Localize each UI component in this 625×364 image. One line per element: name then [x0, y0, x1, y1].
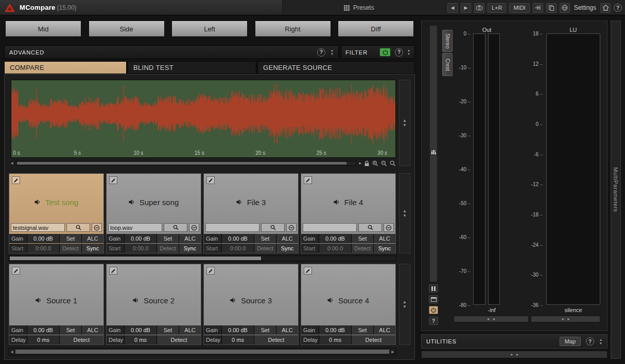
speaker-icon[interactable]	[327, 297, 334, 303]
speaker-icon[interactable]	[36, 297, 42, 303]
source-slot-2[interactable]: Source 2 Gain 0.00 dB Set ALC Delay 0 ms…	[106, 264, 201, 345]
advanced-help-icon[interactable]: ?	[317, 48, 325, 57]
panel-horizontal-scrollbar[interactable]: ◂ ▸	[9, 348, 396, 355]
popup-window-icon[interactable]	[429, 295, 438, 303]
edit-icon[interactable]	[304, 267, 312, 275]
right-panel-scrollbar[interactable]: ◂▸	[421, 351, 607, 358]
set-button[interactable]: Set	[254, 234, 276, 243]
utilities-bar[interactable]: UTILITIES Map ? ▲▼	[421, 334, 607, 349]
file-slots-horizontal-scrollbar[interactable]	[9, 256, 396, 261]
alc-button[interactable]: ALC	[179, 325, 201, 335]
detect-button[interactable]: Detect	[157, 244, 179, 253]
scroll-thumb[interactable]	[17, 162, 346, 165]
speaker-icon[interactable]	[129, 199, 135, 205]
detect-button[interactable]: Detect	[254, 244, 276, 253]
zoom-in-icon[interactable]	[372, 160, 378, 167]
gain-value[interactable]: 0.00 dB	[125, 234, 157, 243]
scroll-track[interactable]	[16, 161, 357, 166]
presets-button[interactable]: Presets	[340, 3, 378, 13]
start-value[interactable]: 0:00.0	[222, 244, 254, 253]
speaker-icon[interactable]	[34, 199, 41, 205]
meters-help-icon[interactable]: ?	[429, 317, 438, 325]
detect-button[interactable]: Detect	[60, 335, 103, 344]
scroll-right-icon[interactable]: ▸	[359, 161, 361, 166]
source-slot-4[interactable]: Source 4 Gain 0.00 dB Set ALC Delay 0 ms…	[301, 264, 396, 345]
remove-button[interactable]	[384, 223, 394, 232]
pause-icon[interactable]	[429, 284, 438, 293]
browse-button[interactable]	[358, 223, 382, 232]
channel-button-left[interactable]: Left	[171, 21, 248, 37]
filename-field[interactable]	[205, 223, 259, 232]
gain-value[interactable]: 0.00 dB	[27, 234, 59, 243]
start-value[interactable]: 0:00.0	[125, 244, 157, 253]
filename-field[interactable]	[11, 223, 65, 232]
delay-value[interactable]: 0 ms	[125, 335, 157, 344]
gain-value[interactable]: 0.00 dB	[27, 325, 59, 335]
filter-bar[interactable]: FILTER ? ▲▼	[341, 45, 415, 59]
sync-button[interactable]: Sync	[179, 244, 201, 253]
help-icon[interactable]: ?	[614, 4, 622, 12]
set-button[interactable]: Set	[60, 234, 81, 243]
filter-power-icon[interactable]	[379, 48, 391, 57]
channel-mode-button[interactable]: L+R	[488, 3, 507, 13]
out-range-scrollbar[interactable]: ◂▸	[454, 316, 529, 322]
file-slot-1[interactable]: Test song Gain 0.00 dB Set ALC Start 0:0…	[9, 173, 104, 253]
tab-generate-source[interactable]: GENERATE SOURCE	[257, 61, 415, 74]
gain-value[interactable]: 0.00 dB	[125, 325, 157, 335]
map-button[interactable]: Map	[560, 337, 581, 346]
zoom-all-icon[interactable]	[390, 160, 396, 167]
delay-value[interactable]: 0 ms	[319, 335, 351, 344]
edit-icon[interactable]	[206, 267, 215, 275]
waveform-vertical-scrollbar[interactable]: ▲▼	[399, 80, 410, 166]
set-button[interactable]: Set	[157, 325, 179, 335]
set-button[interactable]: Set	[157, 234, 179, 243]
delay-value[interactable]: 0 ms	[222, 335, 254, 344]
filter-collapse-icon[interactable]: ▲▼	[407, 49, 410, 56]
previous-preset-button[interactable]: ◀	[447, 3, 458, 13]
speaker-icon[interactable]	[236, 199, 243, 205]
source-slots-vertical-scrollbar[interactable]: ▲▼	[399, 264, 410, 345]
source-slot-1[interactable]: Source 1 Gain 0.00 dB Set ALC Delay 0 ms…	[9, 264, 104, 345]
utilities-help-icon[interactable]: ?	[586, 337, 594, 345]
gain-value[interactable]: 0.00 dB	[319, 234, 351, 243]
sidechain-icon[interactable]	[533, 3, 543, 13]
set-button[interactable]: Set	[254, 325, 276, 335]
gain-value[interactable]: 0.00 dB	[222, 234, 254, 243]
file-slot-4[interactable]: File 4 Gain 0.00 dB Set ALC Start 0:00.0…	[301, 173, 396, 253]
meter-settings-scrollbar[interactable]	[429, 25, 438, 282]
alc-button[interactable]: ALC	[374, 234, 395, 243]
midi-button[interactable]: MIDI	[509, 3, 529, 13]
edit-icon[interactable]	[109, 176, 117, 184]
speaker-icon[interactable]	[334, 199, 340, 205]
scroll-thumb[interactable]	[15, 350, 390, 354]
filter-help-icon[interactable]: ?	[395, 48, 403, 57]
sync-button[interactable]: Sync	[276, 244, 298, 253]
gain-value[interactable]: 0.00 dB	[319, 325, 351, 335]
utilities-collapse-icon[interactable]: ▲▼	[599, 338, 602, 345]
channel-button-side[interactable]: Side	[89, 21, 165, 37]
tab-blind-test[interactable]: BLIND TEST	[128, 61, 256, 74]
edit-icon[interactable]	[206, 176, 215, 184]
remove-button[interactable]	[286, 223, 297, 232]
advanced-collapse-icon[interactable]: ▲▼	[331, 49, 334, 56]
alc-button[interactable]: ALC	[82, 325, 103, 335]
filename-field[interactable]	[108, 223, 162, 232]
speaker-icon[interactable]	[133, 297, 140, 303]
scroll-left-icon[interactable]: ◂	[11, 349, 13, 354]
copy-icon[interactable]	[546, 3, 557, 13]
remove-button[interactable]	[92, 223, 102, 232]
detect-button[interactable]: Detect	[254, 335, 298, 344]
settings-button[interactable]: Settings	[573, 4, 597, 11]
zoom-out-icon[interactable]	[381, 160, 387, 167]
home-icon[interactable]	[600, 3, 611, 13]
alc-button[interactable]: ALC	[179, 234, 201, 243]
detect-button[interactable]: Detect	[352, 244, 373, 253]
speaker-icon[interactable]	[230, 297, 237, 303]
channel-button-right[interactable]: Right	[255, 21, 331, 37]
waveform-display[interactable]: 0 s5 s10 s15 s20 s25 s30 s	[11, 80, 396, 158]
set-button[interactable]: Set	[352, 234, 373, 243]
start-value[interactable]: 0:00.0	[27, 244, 59, 253]
detect-button[interactable]: Detect	[157, 335, 201, 344]
delay-value[interactable]: 0 ms	[27, 335, 59, 344]
browse-button[interactable]	[66, 223, 90, 232]
